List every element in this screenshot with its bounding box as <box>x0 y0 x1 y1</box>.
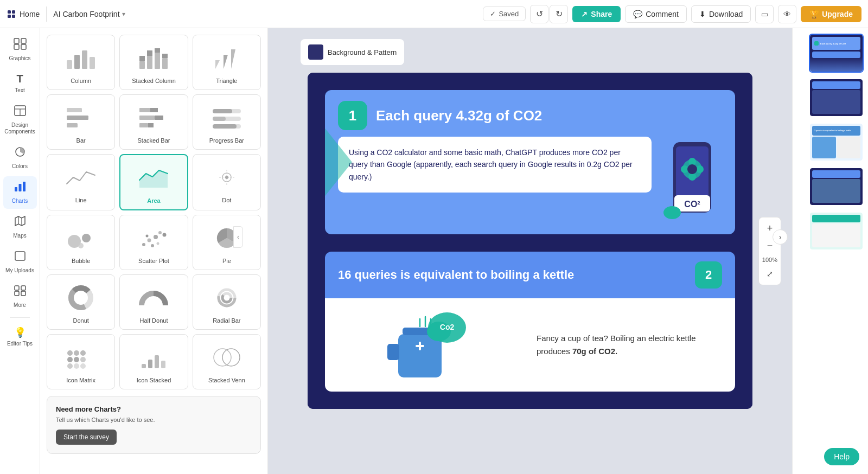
sidebar-text-label: Text <box>15 87 24 94</box>
chart-item-donut[interactable]: Donut <box>47 274 115 330</box>
svg-point-61 <box>148 239 151 242</box>
chart-item-radial-bar[interactable]: Radial Bar <box>193 274 261 330</box>
slide-card-1[interactable]: 1 Each query 4.32g of CO2 Using a CO2 ca… <box>325 90 735 234</box>
slide-thumb-3[interactable]: 3 queries is equivalent to boiling a ket… <box>809 123 864 162</box>
slide-card2-body: Co2 Fancy a cup of tea? Boiling an elect… <box>325 298 735 392</box>
sidebar-item-more[interactable]: More <box>3 280 37 313</box>
zoom-fit-button[interactable]: ⤢ <box>762 266 777 281</box>
nav-arrow-right[interactable]: › <box>773 229 788 245</box>
preview-button[interactable]: 👁 <box>778 5 796 23</box>
svg-rect-30 <box>155 53 160 69</box>
svg-rect-24 <box>82 50 87 69</box>
svg-rect-33 <box>162 54 168 58</box>
chart-item-line[interactable]: Line <box>47 154 115 210</box>
sidebar-maps-label: Maps <box>13 233 26 239</box>
text-icon: T <box>16 73 23 85</box>
svg-rect-51 <box>213 124 237 129</box>
redo-button[interactable]: ↻ <box>550 5 568 23</box>
chart-item-progress-bar[interactable]: Progress Bar <box>193 94 261 150</box>
survey-box: Need more Charts? Tell us which Charts y… <box>47 396 261 454</box>
sidebar-item-colors[interactable]: Colors <box>3 142 37 174</box>
maps-icon <box>14 215 27 230</box>
progress-bar-icon <box>209 105 244 131</box>
phone-svg: CO² <box>662 137 722 223</box>
help-button[interactable]: Help <box>824 448 859 465</box>
bg-pattern-label: Background & Pattern <box>328 48 397 56</box>
svg-point-81 <box>80 357 86 362</box>
svg-point-60 <box>142 243 145 246</box>
sidebar-item-graphics[interactable]: Graphics <box>3 34 37 66</box>
home-label: Home <box>20 10 40 18</box>
svg-rect-86 <box>148 360 152 368</box>
left-sidebar: Graphics T Text Design Components Colors <box>0 28 40 474</box>
share-button[interactable]: ↗ Share <box>572 6 621 22</box>
background-pattern-bar[interactable]: Background & Pattern <box>301 39 404 65</box>
chart-item-dot[interactable]: Dot <box>193 154 261 210</box>
chart-item-scatter[interactable]: Scatter Plot <box>119 215 188 270</box>
sidebar-more-label: More <box>14 302 26 309</box>
chart-item-bubble[interactable]: Bubble <box>47 215 115 270</box>
sidebar-item-text[interactable]: T Text <box>3 68 37 98</box>
chart-item-icon-matrix[interactable]: Icon Matrix <box>47 334 115 389</box>
sidebar-item-charts[interactable]: Charts <box>3 176 37 209</box>
design-icon <box>14 105 27 120</box>
step-1-badge: 1 <box>338 101 367 130</box>
chart-item-stacked-bar[interactable]: Stacked Bar <box>119 94 188 150</box>
document-title[interactable]: AI Carbon Footprint ▾ <box>53 10 125 18</box>
sidebar-charts-label: Charts <box>12 198 28 204</box>
chart-item-half-donut[interactable]: Half Donut <box>119 274 188 330</box>
half-donut-label: Half Donut <box>140 317 168 324</box>
svg-point-79 <box>67 357 73 362</box>
slide-thumb-5[interactable] <box>809 212 864 251</box>
sidebar-item-uploads[interactable]: My Uploads <box>3 246 37 278</box>
chevron-down-icon: ▾ <box>122 10 125 18</box>
slide-banner2[interactable]: 16 queries is equivalent to boiling a ke… <box>325 252 735 298</box>
sidebar-item-maps[interactable]: Maps <box>3 211 37 244</box>
column-chart-icon <box>63 45 98 71</box>
chart-item-icon-stacked[interactable]: Icon Stacked <box>119 334 188 389</box>
svg-rect-17 <box>15 252 25 260</box>
area-label: Area <box>147 197 160 204</box>
slide-row-1: 1 Each query 4.32g of CO2 <box>797 34 864 73</box>
comment-icon: 💬 <box>633 10 642 18</box>
slide-thumb-1[interactable]: Each query 4.32g of CO2 <box>809 34 864 73</box>
svg-rect-85 <box>142 364 146 368</box>
svg-marker-35 <box>224 55 228 69</box>
sidebar-item-design[interactable]: Design Components <box>3 100 37 139</box>
comment-button[interactable]: 💬 Comment <box>625 5 687 23</box>
check-icon: ✓ <box>490 10 496 18</box>
home-icon <box>7 9 16 19</box>
sidebar-design-label: Design Components <box>4 122 35 135</box>
chart-item-bar[interactable]: Bar <box>47 94 115 150</box>
banner2-title: 16 queries is equivalent to boiling a ke… <box>338 268 686 282</box>
dot-label: Dot <box>222 197 231 203</box>
home-button[interactable]: Home <box>7 9 40 19</box>
card1-header: 1 Each query 4.32g of CO2 <box>338 101 722 130</box>
sidebar-item-tips[interactable]: 💡 Editor Tips <box>3 322 37 351</box>
slide-thumb-2[interactable] <box>809 78 864 117</box>
chart-item-triangle[interactable]: Triangle <box>193 35 261 90</box>
kettle-text: Fancy a cup of tea? Boiling an electric … <box>537 332 722 358</box>
chart-item-pie[interactable]: Pie <box>193 215 261 270</box>
svg-rect-2 <box>8 15 11 18</box>
bar-label: Bar <box>76 137 86 144</box>
panel-toggle-arrow[interactable]: ‹ <box>233 226 243 248</box>
slide-thumb-4[interactable] <box>809 167 864 206</box>
svg-point-96 <box>688 158 696 165</box>
icon-stacked-icon <box>136 344 171 370</box>
sidebar-colors-label: Colors <box>12 163 28 170</box>
survey-button[interactable]: Start the survey <box>56 430 117 445</box>
svg-rect-28 <box>147 56 152 69</box>
present-button[interactable]: ▭ <box>755 5 774 23</box>
chart-item-column[interactable]: Column <box>47 35 115 90</box>
chart-item-stacked-column[interactable]: Stacked Column <box>119 35 188 90</box>
icon-matrix-icon <box>63 344 98 370</box>
card1-body: Using a CO2 calculator and some basic ma… <box>338 137 722 223</box>
upgrade-button[interactable]: 🏆 Upgrade <box>801 6 861 22</box>
step-2-badge: 2 <box>695 261 722 289</box>
download-button[interactable]: ⬇ Download <box>691 5 751 23</box>
undo-button[interactable]: ↺ <box>530 5 548 23</box>
charts-grid: Column Stacked Column <box>47 35 261 389</box>
chart-item-area[interactable]: Area <box>119 154 188 210</box>
chart-item-stacked-venn[interactable]: Stacked Venn <box>193 334 261 389</box>
